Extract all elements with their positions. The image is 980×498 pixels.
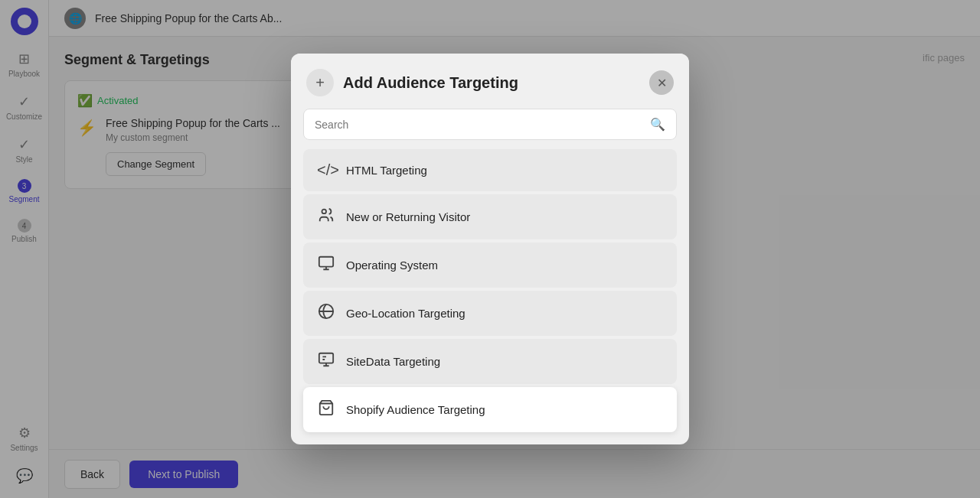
html-icon: </> [317,161,335,179]
geo-targeting-option[interactable]: Geo-Location Targeting [303,291,677,336]
geo-icon [317,303,335,324]
modal-header: + Add Audience Targeting ✕ [291,54,689,109]
search-input[interactable] [315,119,642,131]
visitor-icon [317,207,335,227]
svg-rect-1 [319,257,333,267]
search-container: 🔍 [303,109,677,140]
shopify-icon [317,399,335,420]
add-audience-targeting-modal: + Add Audience Targeting ✕ 🔍 </> HTML Ta… [291,54,689,444]
visitor-targeting-option[interactable]: New or Returning Visitor [303,194,677,239]
os-icon [317,255,335,275]
svg-rect-3 [319,353,333,363]
targeting-options-list: </> HTML Targeting New or Returning Visi… [291,149,689,444]
shopify-targeting-option[interactable]: Shopify Audience Targeting [303,387,677,432]
geo-targeting-label: Geo-Location Targeting [346,307,466,320]
close-button[interactable]: ✕ [649,70,674,95]
modal-title: Add Audience Targeting [343,74,640,92]
svg-point-0 [322,210,327,214]
os-targeting-option[interactable]: Operating System [303,242,677,288]
html-targeting-label: HTML Targeting [346,164,427,177]
sitedata-icon [317,351,335,372]
sitedata-targeting-label: SiteData Targeting [346,355,440,368]
shopify-targeting-label: Shopify Audience Targeting [346,403,485,416]
modal-overlay: + Add Audience Targeting ✕ 🔍 </> HTML Ta… [0,0,980,498]
html-targeting-option[interactable]: </> HTML Targeting [303,149,677,191]
os-targeting-label: Operating System [346,259,438,272]
plus-icon: + [306,69,334,96]
search-icon: 🔍 [650,117,665,132]
sitedata-targeting-option[interactable]: SiteData Targeting [303,339,677,384]
visitor-targeting-label: New or Returning Visitor [346,210,470,223]
